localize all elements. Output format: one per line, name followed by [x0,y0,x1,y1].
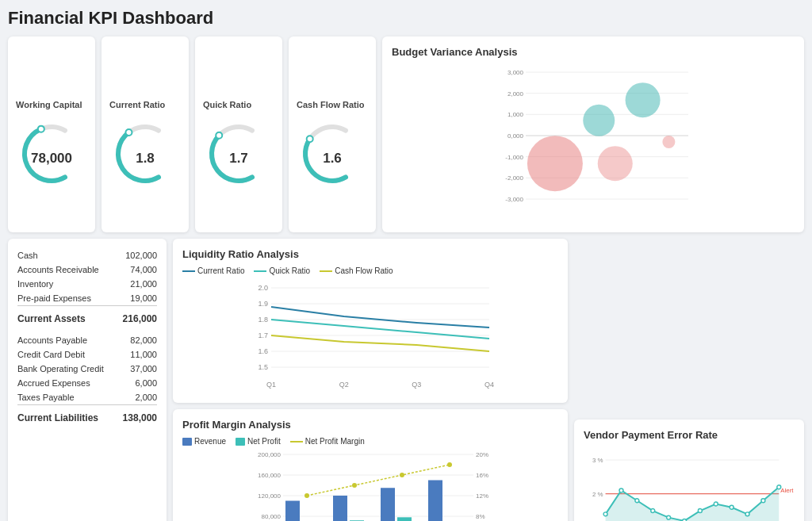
svg-text:200,000: 200,000 [258,451,281,458]
svg-point-87 [651,509,655,513]
svg-point-3 [307,136,313,142]
kpi-value: 1.6 [323,151,342,167]
svg-text:1.6: 1.6 [258,347,268,355]
svg-text:1.7: 1.7 [258,331,268,339]
table-row: Inventory21,000 [17,277,157,291]
svg-text:20%: 20% [476,451,488,458]
kpi-value: 1.8 [136,151,155,167]
svg-point-0 [38,125,44,132]
svg-point-21 [662,136,675,148]
svg-point-90 [698,509,702,513]
legend-item: Cash Flow Ratio [320,266,393,275]
legend-color [182,438,192,446]
svg-text:Alert: Alert [780,487,794,494]
svg-text:Q4: Q4 [485,381,494,389]
table-row: Accounts Receivable74,000 [17,262,157,277]
svg-text:-3,000: -3,000 [505,196,523,203]
legend-color [182,270,195,272]
svg-point-84 [603,512,607,516]
legend-color [290,441,303,442]
budget-variance-title: Budget Variance Analysis [392,46,795,58]
svg-point-94 [761,499,765,503]
kpi-card-1: Current Ratio 1.8 [102,36,189,232]
svg-text:16%: 16% [476,472,488,479]
financials-panel: Cash102,000Accounts Receivable74,000Inve… [8,239,167,521]
profit-title: Profit Margin Analysis [182,419,558,431]
svg-point-20 [598,146,633,181]
svg-text:Q3: Q3 [412,381,421,389]
svg-point-22 [583,105,615,136]
svg-text:1.8: 1.8 [258,316,268,324]
profit-chart-card: Profit Margin Analysis RevenueNet Profit… [173,409,568,521]
liquidity-chart-card: Liquidity Ratio Analysis Current RatioQu… [173,239,568,403]
svg-text:160,000: 160,000 [258,472,281,479]
svg-rect-65 [397,517,412,521]
svg-text:80,000: 80,000 [262,513,282,520]
table-row: Cash102,000 [17,248,157,262]
svg-point-85 [619,488,623,492]
table-row: Accrued Expenses6,000 [17,376,157,390]
table-row: Bank Operating Credit37,000 [17,362,157,376]
kpi-card-0: Working Capital 78,000 [8,36,95,232]
vendor-chart: 0 %1 %2 %3 %AlertJanFebMarAprMayJunJulAu… [584,447,795,521]
table-row: Accounts Payable82,000 [17,333,157,347]
legend-item: Quick Ratio [254,266,310,275]
profit-chart: 040,00080,000120,000160,000200,0000%4%8%… [182,450,558,521]
kpi-card-2: Quick Ratio 1.7 [195,36,282,232]
svg-text:-2,000: -2,000 [505,174,523,182]
budget-variance-card: Budget Variance Analysis 3,0002,0001,000… [382,36,804,232]
svg-text:2 %: 2 % [592,491,603,498]
svg-point-2 [216,132,222,138]
vendor-title: Vendor Payment Error Rate [584,429,795,441]
vendor-chart-card: Vendor Payment Error Rate 0 %1 %2 %3 %Al… [574,419,804,521]
svg-point-91 [714,502,718,506]
budget-bubble-chart: 3,0002,0001,0000,000-1,000-2,000-3,000 [392,64,795,223]
kpi-card-3: Cash Flow Ratio 1.6 [289,36,376,232]
svg-rect-67 [428,481,442,522]
svg-text:3,000: 3,000 [508,69,524,76]
kpi-label: Current Ratio [109,100,165,109]
kpi-label: Cash Flow Ratio [297,100,365,109]
assets-table: Cash102,000Accounts Receivable74,000Inve… [17,248,157,327]
svg-point-71 [352,483,357,488]
table-row: Credit Card Debit11,000 [17,347,157,362]
legend-color [320,270,332,272]
legend-item: Net Profit [236,437,281,446]
total-row: Current Assets216,000 [17,310,157,327]
svg-text:1.9: 1.9 [258,300,268,308]
table-row: Taxes Payable2,000 [17,390,157,405]
svg-point-23 [626,82,661,117]
liabilities-table: Accounts Payable82,000Credit Card Debit1… [17,333,157,426]
svg-text:1,000: 1,000 [508,111,524,118]
svg-point-93 [745,512,749,516]
kpi-value: 1.7 [229,151,248,167]
legend-item: Net Profit Margin [290,437,365,446]
total-row: Current Liabilities138,000 [17,409,157,426]
legend-color [254,270,266,272]
svg-point-95 [777,485,781,489]
kpi-label: Quick Ratio [203,100,251,109]
svg-text:-1,000: -1,000 [505,154,523,161]
svg-text:Q2: Q2 [339,381,349,389]
table-row: Pre-paid Expenses19,000 [17,291,157,306]
svg-rect-64 [381,488,395,521]
kpi-label: Working Capital [16,100,82,109]
svg-text:8%: 8% [476,513,485,520]
liquidity-title: Liquidity Ratio Analysis [182,248,558,260]
svg-text:12%: 12% [476,492,488,500]
svg-point-19 [527,136,583,191]
liquidity-legend: Current RatioQuick RatioCash Flow Ratio [182,266,558,275]
svg-point-92 [730,505,733,509]
svg-text:2,000: 2,000 [508,90,524,98]
svg-point-70 [304,493,309,498]
svg-text:1.5: 1.5 [258,363,268,371]
page-title: Financial KPI Dashboard [8,8,804,29]
svg-point-72 [400,473,404,477]
svg-rect-61 [333,496,347,521]
liquidity-chart: 1.51.61.71.81.92.0Q1Q2Q3Q4 [182,280,558,391]
svg-text:3 %: 3 % [592,457,603,464]
legend-color [236,438,245,446]
svg-text:2.0: 2.0 [258,284,268,292]
legend-item: Current Ratio [182,266,244,275]
legend-item: Revenue [182,437,226,446]
